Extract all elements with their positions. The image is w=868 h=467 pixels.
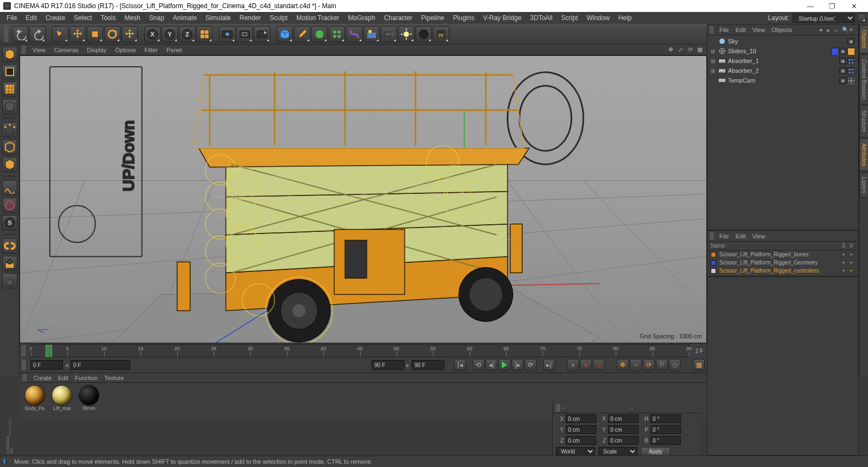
vp-menu-display[interactable]: Display [82,47,111,53]
nav-prev-icon[interactable]: ◂ [819,27,826,33]
layers-menu-edit[interactable]: Edit [732,233,749,239]
layer-row[interactable]: Scissor_Lift_Platform_Rigged_controllers… [707,267,858,275]
nav-home-icon[interactable]: ⌂ [834,27,841,33]
coord-sy-input[interactable] [608,425,639,434]
vp-zoom-icon[interactable]: ⤢ [676,46,684,54]
vp-toggle-icon[interactable]: ▦ [696,46,704,54]
timeline-window-button[interactable]: ▦ [693,359,705,371]
locked-workplane-button[interactable] [2,256,17,271]
tag-vis[interactable] [839,77,846,84]
last-tool-button[interactable] [122,26,138,42]
coord-x-input[interactable] [566,414,596,423]
vp-move-icon[interactable]: ✥ [667,46,674,54]
palette-grip-icon[interactable] [22,359,26,370]
layers-menu-file[interactable]: File [716,233,732,239]
apply-button[interactable]: Apply [641,447,671,456]
nav-search-icon[interactable]: 🔍 [842,27,848,33]
vp-menu-filter[interactable]: Filter [140,47,162,53]
add-cube-button[interactable] [277,26,293,42]
nav-menu-icon[interactable]: ≡ [850,27,856,33]
close-button[interactable]: ✕ [843,0,865,12]
timeline[interactable]: 051015202530354045505560657075808590 2 F [20,344,707,357]
tab-objects[interactable]: Objects [859,25,869,53]
palette-grip-icon[interactable] [710,232,714,240]
layer-solo-dot[interactable]: • [840,251,847,257]
start-frame-input[interactable] [30,360,63,370]
add-camera-button[interactable] [381,26,397,42]
axis-z-button[interactable]: Z [179,26,195,42]
layer-vis-dot[interactable]: • [847,251,855,257]
record-button[interactable]: ● [567,359,579,371]
tag-constraint[interactable] [847,67,854,74]
opt-pla-button[interactable]: ◷ [669,359,681,371]
viewport[interactable]: Perspective UP/Down [20,55,707,343]
vp-menu-cameras[interactable]: Cameras [50,47,83,53]
menu-pipeline[interactable]: Pipeline [417,12,449,24]
menu-script[interactable]: Script [557,12,582,24]
enable-snap-button[interactable] [2,238,17,254]
add-mograph-button[interactable] [329,26,345,42]
tab-structure[interactable]: Structure [859,105,869,137]
coord-b-input[interactable] [650,436,681,445]
menu-mesh[interactable]: Mesh [120,12,144,24]
menu-simulate[interactable]: Simulate [201,12,235,24]
materials-menu-texture[interactable]: Texture [101,375,127,381]
layer-color-swatch[interactable] [711,260,716,266]
tag-vis[interactable] [847,38,854,45]
sculpt-mode-button[interactable]: S [2,215,17,230]
tab-layers[interactable]: Layers [859,172,869,198]
expand-toggle[interactable]: ⊞ [710,58,716,64]
autokey-button[interactable]: ● [580,359,592,371]
vp-rotate-icon[interactable]: ⟳ [686,46,694,54]
add-environment-button[interactable] [363,26,380,42]
add-subdiv-button[interactable] [311,26,328,42]
texture-mode-button[interactable] [2,81,17,97]
vp-menu-view[interactable]: View [28,47,50,53]
menu-edit[interactable]: Edit [21,12,41,24]
menu-create[interactable]: Create [41,12,69,24]
render-picture-button[interactable] [254,26,270,42]
object-row[interactable]: ⊞L0Absorber_1 [707,56,858,66]
vp-menu-panel[interactable]: Panel [162,47,186,53]
axis-y-button[interactable]: Y [162,26,178,42]
range-input[interactable] [71,360,130,370]
material-item[interactable]: Body_Pa [23,385,47,411]
palette-grip-icon[interactable] [23,374,27,382]
menu-snap[interactable]: Snap [145,12,169,24]
layer-color-swatch[interactable] [711,252,716,257]
menu-tools[interactable]: Tools [96,12,120,24]
render-region-button[interactable] [237,26,253,42]
tag-layer-blue[interactable] [831,48,838,54]
layer-color-swatch[interactable] [711,268,716,274]
model-mode-button[interactable] [2,64,17,79]
minimize-button[interactable]: — [800,0,821,12]
point-mode-button[interactable] [2,122,17,137]
prev-key-button[interactable]: ⟲ [473,359,484,371]
layers-menu-view[interactable]: View [749,233,769,239]
layer-row[interactable]: Scissor_Lift_Platform_Rigged_bones•• [707,250,858,258]
script-button[interactable]: py [433,26,449,42]
layer-solo-dot[interactable]: • [840,260,847,266]
goto-end-button[interactable]: ▸| [543,359,555,371]
tag-target[interactable] [847,77,854,84]
object-row[interactable]: Sky [707,36,858,46]
tag-vis[interactable] [839,48,846,54]
scale-button[interactable] [87,26,103,42]
objects-menu-view[interactable]: View [749,27,769,33]
prev-frame-button[interactable]: ◂| [486,359,497,371]
object-row[interactable]: ⊞L0Absorber_2 [707,66,858,75]
render-view-button[interactable] [219,26,235,42]
layout-select[interactable]: Startup (User) [793,14,855,23]
coord-system-button[interactable] [196,26,213,42]
coord-y-input[interactable] [566,425,596,434]
palette-grip-icon[interactable] [710,26,714,34]
spline-mode-button[interactable] [2,180,17,195]
palette-grip-icon[interactable] [4,27,9,42]
menu-file[interactable]: File [2,12,21,24]
coord-sx-input[interactable] [608,414,639,423]
menu-animate[interactable]: Animate [169,12,201,24]
menu-window[interactable]: Window [582,12,614,24]
object-tree[interactable]: Sky⊞Sliders_10⊞L0Absorber_1⊞L0Absorber_2… [707,35,858,230]
edge-mode-button[interactable] [2,140,17,155]
layer-vis-dot[interactable]: • [847,260,855,266]
